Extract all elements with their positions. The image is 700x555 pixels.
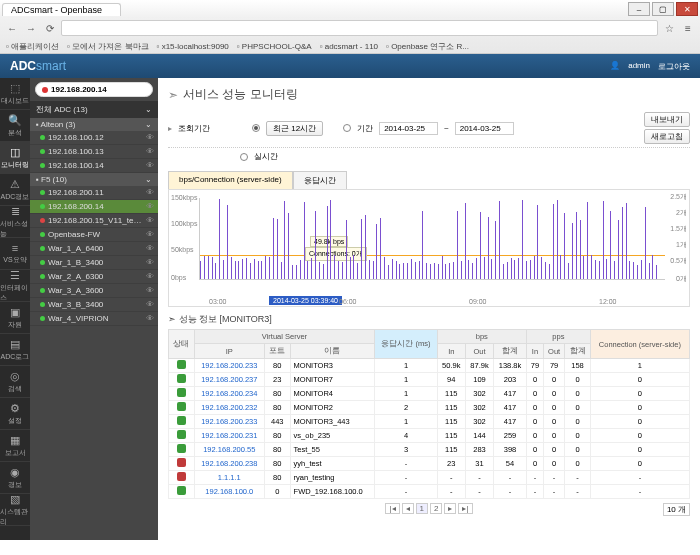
table-row[interactable]: 192.168.200.238 80 yyh_test - 23 31 54 0… <box>169 457 690 471</box>
tree-item[interactable]: War_3_B_3400👁 <box>30 298 158 312</box>
tab-bps-connection[interactable]: bps/Connection (server-side) <box>168 171 293 190</box>
tree-item[interactable]: War_4_VIPRION👁 <box>30 312 158 326</box>
table-row[interactable]: 1.1.1.1 80 ryan_testing - - - - - - - - <box>169 471 690 485</box>
bookmark-item[interactable]: ▫ x15-localhost:9090 <box>157 42 229 51</box>
radio-period[interactable] <box>343 124 351 132</box>
cell-ip[interactable]: 192.168.200.231 <box>194 429 264 443</box>
col-ip[interactable]: IP <box>194 344 264 359</box>
tree-item[interactable]: War_1_A_6400👁 <box>30 242 158 256</box>
date-to[interactable]: 2014-03-25 <box>455 122 514 135</box>
cell-ip[interactable]: 192.168.200.234 <box>194 387 264 401</box>
col-resp[interactable]: 응답시간 (ms) <box>375 330 437 359</box>
table-row[interactable]: 192.168.200.237 23 MONITOR7 1 94 109 203… <box>169 373 690 387</box>
eye-icon[interactable]: 👁 <box>146 147 154 156</box>
table-row[interactable]: 192.168.200.233 80 MONITOR3 1 50.9k 87.9… <box>169 359 690 373</box>
tree-item[interactable]: 192.168.200.14👁 <box>30 200 158 214</box>
window-minimize[interactable]: – <box>628 2 650 16</box>
address-bar[interactable] <box>61 20 658 36</box>
eye-icon[interactable]: 👁 <box>146 230 154 239</box>
col-bps-sum[interactable]: 합계 <box>494 344 527 359</box>
eye-icon[interactable]: 👁 <box>146 188 154 197</box>
menu-icon[interactable]: ≡ <box>680 20 696 36</box>
bookmark-item[interactable]: ▫ adcsmart - 110 <box>320 42 378 51</box>
tree-item[interactable]: 192.168.200.11👁 <box>30 186 158 200</box>
pager-prev[interactable]: ◂ <box>402 503 414 514</box>
nav-ADC경보[interactable]: ⚠ADC경보 <box>0 174 30 206</box>
eye-icon[interactable]: 👁 <box>146 244 154 253</box>
bookmark-item[interactable]: ▫ 모에서 가져온 북마크 <box>67 41 149 52</box>
table-row[interactable]: 192.168.100.0 0 FWD_192.168.100.0 - - - … <box>169 485 690 499</box>
cell-ip[interactable]: 192.168.200.232 <box>194 401 264 415</box>
bookmark-star-icon[interactable]: ☆ <box>661 20 677 36</box>
col-pps-sum[interactable]: 합계 <box>565 344 591 359</box>
eye-icon[interactable]: 👁 <box>146 258 154 267</box>
tab-response-time[interactable]: 응답시간 <box>293 171 347 190</box>
col-port[interactable]: 포트 <box>264 344 290 359</box>
browser-tab[interactable]: ADCsmart - Openbase <box>2 3 121 16</box>
eye-icon[interactable]: 👁 <box>146 272 154 281</box>
rows-per-page[interactable]: 10 개 <box>663 503 690 516</box>
nav-reload-icon[interactable]: ⟳ <box>42 20 58 36</box>
window-close[interactable]: ✕ <box>676 2 698 16</box>
nav-모니터링[interactable]: ◫모니터링 <box>0 142 30 174</box>
table-row[interactable]: 192.168.200.234 80 MONITOR4 1 115 302 41… <box>169 387 690 401</box>
tree-item[interactable]: War_1_B_3400👁 <box>30 256 158 270</box>
tree-item[interactable]: Openbase-FW👁 <box>30 228 158 242</box>
eye-icon[interactable]: 👁 <box>146 300 154 309</box>
cell-ip[interactable]: 192.168.100.0 <box>194 485 264 499</box>
pager-last[interactable]: ▸| <box>458 503 472 514</box>
cell-ip[interactable]: 192.168.200.233 <box>194 359 264 373</box>
tree-item[interactable]: 192.168.100.12👁 <box>30 131 158 145</box>
nav-보고서[interactable]: ▦보고서 <box>0 430 30 462</box>
nav-자원[interactable]: ▣자원 <box>0 302 30 334</box>
nav-검색[interactable]: ◎검색 <box>0 366 30 398</box>
logout-link[interactable]: 로그아웃 <box>658 61 690 72</box>
table-row[interactable]: 192.168.200.55 80 Test_55 3 115 283 398 … <box>169 443 690 457</box>
tree-group[interactable]: ▪ F5 (10)⌄ <box>30 173 158 186</box>
nav-인터페이스[interactable]: ☰인터페이스 <box>0 270 30 302</box>
pager-page-1[interactable]: 1 <box>416 503 428 514</box>
nav-VS요약[interactable]: ≡VS요약 <box>0 238 30 270</box>
recent-range-select[interactable]: 최근 12시간 <box>266 121 323 136</box>
window-maximize[interactable]: ▢ <box>652 2 674 16</box>
eye-icon[interactable]: 👁 <box>146 161 154 170</box>
cell-ip[interactable]: 192.168.200.55 <box>194 443 264 457</box>
radio-recent[interactable] <box>252 124 260 132</box>
nav-경보[interactable]: ◉경보 <box>0 462 30 494</box>
performance-chart[interactable]: 150kbps 100kbps 50kbps 0bps 2.5개 2개 1.5개… <box>168 189 690 307</box>
col-bps-in[interactable]: In <box>437 344 465 359</box>
tree-all-adc[interactable]: 전체 ADC (13)⌄ <box>30 101 158 118</box>
cell-ip[interactable]: 192.168.200.238 <box>194 457 264 471</box>
col-name[interactable]: 이름 <box>290 344 375 359</box>
selected-ip-pill[interactable]: 192.168.200.14 <box>35 82 153 97</box>
tree-item[interactable]: War_3_A_3600👁 <box>30 284 158 298</box>
tree-group[interactable]: ▪ Alteon (3)⌄ <box>30 118 158 131</box>
pager-page-2[interactable]: 2 <box>430 503 442 514</box>
date-from[interactable]: 2014-03-25 <box>379 122 438 135</box>
bookmark-item[interactable]: ▫ PHPSCHOOL-Q&A <box>237 42 312 51</box>
eye-icon[interactable]: 👁 <box>146 286 154 295</box>
bookmark-item[interactable]: ▫ Openbase 연구소 R... <box>386 41 469 52</box>
nav-forward-icon[interactable]: → <box>23 20 39 36</box>
tree-item[interactable]: War_2_A_6300👁 <box>30 270 158 284</box>
cell-ip[interactable]: 1.1.1.1 <box>194 471 264 485</box>
nav-시스템관리[interactable]: ▧시스템관리 <box>0 494 30 526</box>
radio-realtime[interactable] <box>240 153 248 161</box>
nav-ADC로그[interactable]: ▤ADC로그 <box>0 334 30 366</box>
export-button[interactable]: 내보내기 <box>644 112 690 127</box>
table-row[interactable]: 192.168.200.232 80 MONITOR2 2 115 302 41… <box>169 401 690 415</box>
col-bps-out[interactable]: Out <box>465 344 493 359</box>
table-row[interactable]: 192.168.200.231 80 vs_ob_235 4 115 144 2… <box>169 429 690 443</box>
tree-item[interactable]: 192.168.100.14👁 <box>30 159 158 173</box>
eye-icon[interactable]: 👁 <box>146 133 154 142</box>
refresh-button[interactable]: 새로고침 <box>644 129 690 144</box>
tree-item[interactable]: 192.168.100.13👁 <box>30 145 158 159</box>
table-row[interactable]: 192.168.200.233 443 MONITOR3_443 1 115 3… <box>169 415 690 429</box>
nav-back-icon[interactable]: ← <box>4 20 20 36</box>
pager-next[interactable]: ▸ <box>444 503 456 514</box>
nav-분석[interactable]: 🔍분석 <box>0 110 30 142</box>
pager-first[interactable]: |◂ <box>385 503 399 514</box>
eye-icon[interactable]: 👁 <box>146 216 154 225</box>
cell-ip[interactable]: 192.168.200.233 <box>194 415 264 429</box>
col-conn[interactable]: Connection (server-side) <box>590 330 689 359</box>
